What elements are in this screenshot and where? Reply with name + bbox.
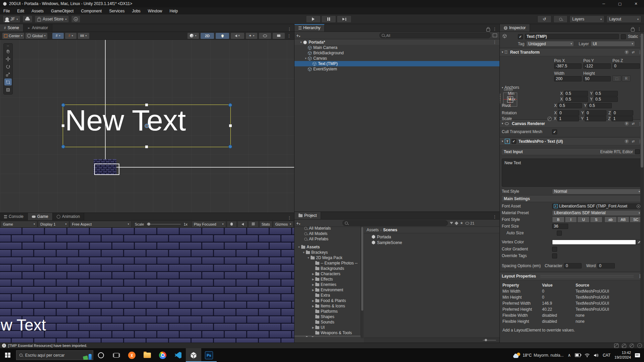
mute-notifications-icon[interactable] xyxy=(614,344,619,348)
mute-audio-button[interactable] xyxy=(237,221,248,228)
add-object-button[interactable]: +▾ xyxy=(296,33,300,38)
foldout-icon[interactable]: ▾ xyxy=(502,51,503,54)
menu-gameobject[interactable]: GameObject xyxy=(51,9,73,13)
vscode-icon[interactable] xyxy=(170,348,186,362)
edge-handle[interactable] xyxy=(145,104,148,106)
project-folder-item[interactable]: Platforms xyxy=(294,309,361,314)
project-file-item[interactable]: Portada xyxy=(364,234,499,240)
foldout-arrow-icon[interactable]: ▶ xyxy=(311,289,315,292)
photoshop-icon[interactable]: Ps xyxy=(201,348,217,362)
anchor-min-y[interactable]: 0.5 xyxy=(594,91,618,96)
start-button[interactable] xyxy=(0,348,15,362)
help-icon[interactable]: ? xyxy=(625,50,629,54)
pivot-handle[interactable] xyxy=(145,124,149,128)
chrome-icon[interactable] xyxy=(155,348,170,362)
tag-dropdown[interactable]: Untagged▾ xyxy=(526,41,574,47)
maximize-button[interactable]: ▢ xyxy=(612,0,628,7)
hidden-packages-toggle[interactable]: 21 xyxy=(465,221,474,225)
corner-handle[interactable] xyxy=(228,145,232,148)
search-collection-item[interactable]: All Prefabs xyxy=(294,236,361,242)
menu-services[interactable]: Services xyxy=(109,9,124,13)
project-folder-item[interactable]: ▼2D Mega Pack xyxy=(294,255,361,260)
drag-handle[interactable] xyxy=(540,275,634,277)
effects-dropdown[interactable]: ✦▾ xyxy=(246,33,258,39)
xampp-icon[interactable]: Ꭓ xyxy=(124,348,140,362)
word-spacing-field[interactable]: 0 xyxy=(597,263,615,268)
project-folder-item[interactable]: Sounds xyxy=(294,319,361,325)
project-folder-item[interactable]: ▼Brackeys xyxy=(294,250,361,255)
transform-tool-button[interactable] xyxy=(4,86,12,93)
view-tool-button[interactable] xyxy=(4,48,12,55)
font-style-u-button[interactable]: U xyxy=(577,217,590,223)
font-asset-field[interactable]: F LiberationSans SDF (TMP_Font Asset xyxy=(552,203,642,209)
rotation-y[interactable]: 0 xyxy=(585,110,606,116)
foldout-arrow-icon[interactable]: ▼ xyxy=(299,41,303,44)
account-button[interactable]: JF▾ xyxy=(3,15,20,23)
scene-lighting-toggle[interactable] xyxy=(215,33,229,39)
panel-menu-icon[interactable]: ⋮ xyxy=(287,216,291,220)
font-style-b-button[interactable]: B xyxy=(552,217,565,223)
play-button[interactable] xyxy=(306,15,321,23)
version-control-button[interactable] xyxy=(71,15,80,23)
auto-size-checkbox[interactable] xyxy=(557,231,562,236)
gizmos-dropdown[interactable]: Gizmos▾ xyxy=(273,221,293,228)
layout-properties-header[interactable]: Layout Properties ⋮ xyxy=(500,272,644,280)
snap-increment-dropdown[interactable]: ǁǁǁ▾ xyxy=(77,33,90,39)
font-style-ab-button[interactable]: AB xyxy=(617,217,630,223)
corner-handle[interactable] xyxy=(61,103,65,107)
foldout-arrow-icon[interactable]: ▶ xyxy=(311,273,315,276)
game-viewport[interactable]: w Text xyxy=(0,228,294,343)
text-input-area[interactable]: New Text xyxy=(502,159,642,187)
foldout-arrow-icon[interactable]: ▶ xyxy=(311,283,315,286)
tab-animator[interactable]: ➢ Animator xyxy=(23,24,52,32)
panel-menu-icon[interactable]: ⋮ xyxy=(637,27,641,32)
display-dropdown[interactable]: Display 1▾ xyxy=(38,221,69,228)
posy-field[interactable]: -122 xyxy=(583,63,611,69)
foldout-arrow-icon[interactable]: ▼ xyxy=(297,246,301,249)
raw-edit-button[interactable]: R xyxy=(622,75,631,81)
unity-taskbar-icon[interactable] xyxy=(186,348,201,362)
inspector-scrollbar[interactable] xyxy=(640,32,644,342)
asset-store-button[interactable]: Asset Store▾ xyxy=(35,15,69,23)
search-all-button[interactable] xyxy=(553,15,568,23)
tasks-ok-icon[interactable]: ✓ xyxy=(637,343,642,348)
minimize-button[interactable]: ─ xyxy=(596,0,612,7)
tab-project[interactable]: Project xyxy=(294,212,321,219)
breadcrumb-current[interactable]: Scenes xyxy=(383,228,397,232)
menu-help[interactable]: Help xyxy=(170,9,178,13)
grid-snap-toggle[interactable]: #▾ xyxy=(52,33,64,39)
project-folder-item[interactable]: ▶Environment xyxy=(294,287,361,293)
battery-icon[interactable] xyxy=(575,353,581,357)
scene-toolbar-menu-icon[interactable]: ⋮ xyxy=(286,34,292,38)
edge-handle[interactable] xyxy=(229,124,232,127)
project-folder-item[interactable]: Backgrounds xyxy=(294,266,361,271)
character-spacing-field[interactable]: 0 xyxy=(564,263,582,268)
tab-animation[interactable]: Animation xyxy=(53,213,84,220)
move-tool-button[interactable] xyxy=(4,55,12,62)
aspect-dropdown[interactable]: Free Aspect▾ xyxy=(70,221,131,228)
project-folder-item[interactable]: ▼Assets xyxy=(294,244,361,250)
edge-handle[interactable] xyxy=(145,145,148,148)
tab-inspector[interactable]: i Inspector xyxy=(500,24,530,32)
hierarchy-item[interactable]: BrickBackground xyxy=(294,50,499,56)
taskbar-search-box[interactable]: Escriu aquí per cercar xyxy=(16,350,93,360)
text-input-section-bar[interactable]: Text Input Enable RTL Editor xyxy=(501,148,643,155)
font-style-ab-button[interactable]: ab xyxy=(604,217,617,223)
project-folder-item[interactable]: Shapes xyxy=(294,314,361,319)
focus-mode-dropdown[interactable]: Play Focused▾ xyxy=(192,221,226,228)
scene-picker-icon[interactable] xyxy=(493,34,497,37)
scale-y[interactable]: 1 xyxy=(585,116,606,121)
blueprint-mode-button[interactable]: ⬚ xyxy=(612,75,621,81)
hierarchy-item[interactable]: ▼Canvas xyxy=(294,56,499,61)
hierarchy-item[interactable]: Text (TMP) xyxy=(294,61,499,66)
object-picker-icon[interactable] xyxy=(637,204,640,208)
vsync-button[interactable] xyxy=(248,221,258,228)
project-folder-item[interactable]: Scenes xyxy=(294,336,361,337)
camera-settings-button[interactable] xyxy=(272,33,285,39)
override-tags-checkbox[interactable] xyxy=(552,253,557,258)
scale-slider[interactable] xyxy=(147,224,181,225)
add-asset-button[interactable]: +▾ xyxy=(296,221,300,226)
height-field[interactable]: 50 xyxy=(583,76,611,81)
material-preset-dropdown[interactable]: LiberationSans SDF Material▾ xyxy=(552,210,642,216)
search-collection-item[interactable]: All Models xyxy=(294,231,361,236)
